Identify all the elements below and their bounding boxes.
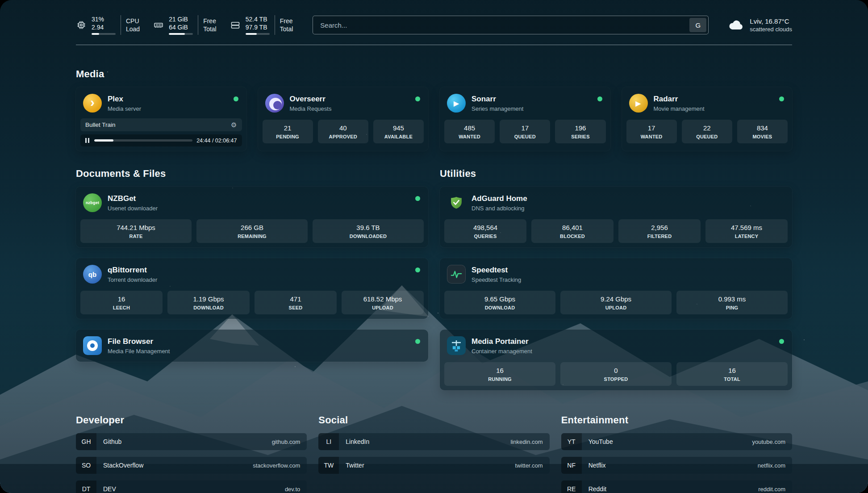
search-provider-button[interactable]: G [689,18,706,32]
memory-bar-fill [169,33,185,35]
weather-widget: Lviv, 16.87°C scattered clouds [728,17,792,33]
youtube-badge: YT [561,433,582,450]
github-badge: GH [76,433,96,450]
stackoverflow-badge: SO [76,457,96,474]
overseerr-icon [265,94,284,113]
stat-latency: 47.569 ms LATENCY [705,219,788,243]
plex-subtitle: Media server [108,105,141,112]
overseerr-title: Overseerr [290,95,332,104]
bookmark-reddit[interactable]: RE Reddit reddit.com [561,480,792,493]
weather-location: Lviv, 16.87°C [750,17,792,25]
cpu-percent: 31% [92,15,116,23]
pause-icon[interactable] [84,137,90,144]
stat-download: 9.65 Gbps DOWNLOAD [444,291,555,314]
radarr-icon: ▶ [629,94,648,113]
disk-label-bottom: Total [280,25,293,33]
sonarr-status-dot [597,96,602,101]
service-card-qbittorrent[interactable]: qb qBittorrent Torrent downloader 16 LEE… [76,258,428,319]
service-card-overseerr[interactable]: Overseerr Media Requests 21 PENDING 40 A… [258,87,429,151]
top-bar: 31% 2.94 CPU Load [76,15,792,35]
portainer-subtitle: Container management [472,348,532,355]
filebrowser-icon [83,336,102,355]
entertainment-heading: Entertainment [561,414,792,426]
section-developer: Developer GH Github github.com SO StackO… [76,414,307,493]
cloud-icon [728,19,744,31]
speedtest-icon [447,265,466,284]
netflix-badge: NF [561,457,582,474]
plex-icon: › [83,94,102,113]
playback-progress-track [94,139,192,142]
service-card-filebrowser[interactable]: File Browser Media File Management [76,330,428,362]
service-card-portainer[interactable]: Media Portainer Container management 16 … [440,330,792,390]
bookmark-github[interactable]: GH Github github.com [76,433,307,450]
cpu-icon [76,20,87,30]
playback-time: 24:44 / 02:06:47 [196,138,237,144]
bookmark-netflix[interactable]: NF Netflix netflix.com [561,457,792,474]
radarr-title: Radarr [654,95,705,104]
section-media: Media › Plex Media server [76,68,792,151]
service-card-nzbget[interactable]: nzbget NZBGet Usenet downloader 744.21 M… [76,187,428,247]
bookmark-youtube[interactable]: YT YouTube youtube.com [561,433,792,450]
service-card-sonarr[interactable]: ▶ Sonarr Series management 485 WANTED [440,87,610,151]
cpu-bar-fill [92,33,99,35]
stat-upload: 9.24 Gbps UPLOAD [560,291,672,314]
playback-progress-fill [94,139,113,142]
cpu-labels: CPU Load [121,15,140,35]
stat-leech: 16 LEECH [80,291,163,314]
stat-upload: 618.52 Mbps UPLOAD [342,291,424,314]
disk-label-top: Free [280,17,293,25]
cpu-widget: 31% 2.94 CPU Load [76,15,140,35]
disk-total: 97.9 TB [246,23,270,31]
memory-label-bottom: Total [203,25,217,33]
portainer-icon [447,336,466,355]
speedtest-title: Speedtest [472,266,521,275]
cpu-load: 2.94 [92,23,116,31]
adguard-icon [447,193,466,212]
bookmark-twitter[interactable]: TW Twitter twitter.com [318,457,549,474]
service-card-radarr[interactable]: ▶ Radarr Movie management 17 WANTED [622,87,793,151]
section-documents: Documents & Files nzbget NZBGet Usenet d… [76,168,428,390]
memory-free: 21 GiB [169,15,193,23]
cpu-bar [92,33,116,35]
qbittorrent-subtitle: Torrent downloader [108,276,157,283]
section-social: Social LI LinkedIn linkedin.com TW Twitt… [318,414,549,493]
memory-bar [169,33,193,35]
bookmark-dev[interactable]: DT DEV dev.to [76,480,307,493]
stat-pending: 21 PENDING [263,120,313,143]
media-heading: Media [76,68,792,80]
cpu-label-bottom: Load [126,25,140,33]
disk-free: 52.4 TB [246,15,270,23]
gear-icon[interactable]: ⚙ [231,121,237,128]
nzbget-title: NZBGet [108,194,158,203]
now-playing-title: Bullet Train [85,121,116,128]
memory-widget: 21 GiB 64 GiB Free Total [153,15,217,35]
nzbget-icon: nzbget [83,193,102,212]
plex-progress-row: 24:44 / 02:06:47 [80,134,242,146]
bookmark-linkedin[interactable]: LI LinkedIn linkedin.com [318,433,549,450]
search-bar: G [313,16,709,34]
service-card-adguard[interactable]: AdGuard Home DNS and adblocking 498,564 … [440,187,792,247]
disk-labels: Free Total [275,15,293,35]
memory-labels: Free Total [198,15,217,35]
social-heading: Social [318,414,549,426]
stat-approved: 40 APPROVED [318,120,368,143]
stat-series: 196 SERIES [555,120,605,143]
search-input[interactable] [313,16,709,34]
stat-queued: 17 QUEUED [500,120,550,143]
cpu-label-top: CPU [126,17,140,25]
system-info: 31% 2.94 CPU Load [76,15,293,35]
disk-icon [230,20,241,30]
portainer-title: Media Portainer [472,337,532,346]
service-card-plex[interactable]: › Plex Media server Bullet Train ⚙ [76,87,246,151]
disk-bar [246,33,270,35]
stat-seed: 471 SEED [255,291,337,314]
section-entertainment: Entertainment YT YouTube youtube.com NF … [561,414,792,493]
disk-values: 52.4 TB 97.9 TB [246,15,270,35]
reddit-badge: RE [561,480,582,493]
service-card-speedtest[interactable]: Speedtest Speedtest Tracking 9.65 Gbps D… [440,258,792,319]
stat-downloaded: 39.6 TB DOWNLOADED [313,219,424,243]
radarr-subtitle: Movie management [654,105,705,112]
bookmark-stackoverflow[interactable]: SO StackOverflow stackoverflow.com [76,457,307,474]
cpu-values: 31% 2.94 [92,15,116,35]
twitter-badge: TW [318,457,339,474]
